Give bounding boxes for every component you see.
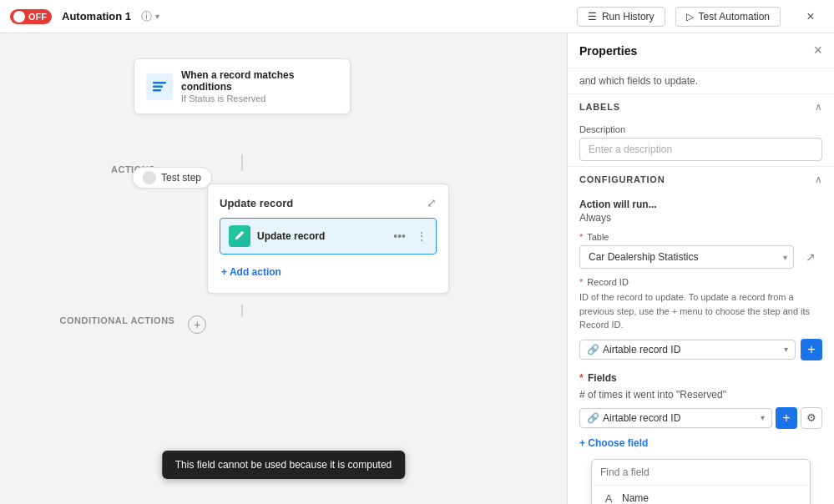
properties-title: Properties [579, 44, 637, 58]
fields-token-chevron-icon: ▾ [761, 413, 765, 422]
action-row[interactable]: Update record ••• ⋮ [220, 218, 437, 255]
external-link-icon[interactable]: ↗ [799, 245, 822, 269]
token-chevron-icon: ▾ [784, 345, 788, 354]
trigger-card[interactable]: When a record matches conditions If Stat… [134, 58, 351, 114]
choose-field-search [592, 460, 810, 486]
close-button[interactable]: × [797, 3, 824, 30]
chevron-down-icon[interactable]: ▾ [155, 12, 159, 21]
toggle-circle [13, 11, 25, 23]
fields-label: Fields [588, 372, 617, 384]
properties-scroll[interactable]: and which fields to update. LABELS ∧ Des… [568, 68, 834, 504]
run-history-button[interactable]: ☰ Run History [577, 7, 665, 27]
table-field-row: Car Dealership Statistics ▾ ↗ [579, 245, 822, 269]
header-info: ⓘ ▾ [141, 9, 159, 24]
add-field-button[interactable]: + Choose field [579, 434, 822, 452]
automation-toggle[interactable]: OFF [10, 9, 52, 24]
svg-rect-0 [153, 82, 166, 84]
token-icon: 🔗 [587, 344, 599, 355]
add-conditional-button[interactable]: + [188, 315, 206, 334]
trigger-card-text: When a record matches conditions If Stat… [181, 69, 338, 103]
description-label: Description [579, 124, 822, 134]
conditional-actions-area: CONDITIONAL ACTIONS + [0, 315, 266, 334]
airtable-record-id-token[interactable]: 🔗 Airtable record ID ▾ [579, 340, 796, 360]
action-header: Update record ⤢ [220, 196, 437, 209]
test-step-dot [143, 171, 156, 184]
choose-field-search-input[interactable] [600, 466, 801, 478]
text-type-icon: A [602, 492, 615, 505]
action-row-icon [229, 225, 250, 247]
choose-field-dropdown: A Name ☰ Car Information ☰ Status (from … [591, 459, 811, 505]
automation-title[interactable]: Automation 1 [62, 10, 131, 23]
header: OFF Automation 1 ⓘ ▾ ☰ Run History ▷ Tes… [0, 0, 834, 33]
configuration-chevron-icon[interactable]: ∧ [815, 174, 822, 185]
token-add-button[interactable]: + [801, 339, 822, 360]
main-layout: TRIGGER When a record matches conditions… [0, 33, 834, 504]
configuration-content: Action will run... Always * Table Car De… [568, 192, 834, 367]
trigger-icon [146, 73, 173, 100]
test-step-chip[interactable]: Test step [132, 167, 212, 189]
toast-message: This field cannot be used because it is … [162, 451, 406, 479]
action-card: Update record ⤢ Update record ••• ⋮ + Ad… [207, 184, 449, 294]
table-select[interactable]: Car Dealership Statistics [579, 245, 794, 269]
labels-chevron-icon[interactable]: ∧ [815, 101, 822, 113]
properties-intro: and which fields to update. [568, 68, 834, 93]
expand-icon[interactable]: ⤢ [427, 196, 437, 209]
fields-required-indicator: * [579, 372, 584, 384]
record-id-label: Record ID [587, 277, 629, 287]
record-id-token-row: 🔗 Airtable record ID ▾ + [579, 339, 822, 360]
required-indicator: * [579, 232, 583, 242]
canvas: TRIGGER When a record matches conditions… [0, 33, 567, 504]
test-icon: ▷ [686, 11, 694, 23]
fields-token-icon: 🔗 [587, 412, 599, 424]
toggle-label: OFF [28, 12, 47, 22]
test-automation-button[interactable]: ▷ Test Automation [675, 7, 781, 27]
action-will-run-label: Action will run... [579, 199, 822, 210]
fields-sub-label: # of times it went into "Reserved" [579, 389, 822, 401]
field-item-name[interactable]: A Name [592, 486, 810, 505]
labels-section-header: LABELS ∧ [568, 93, 834, 119]
add-action-button[interactable]: + Add action [220, 263, 437, 281]
record-id-description: ID of the record to update. To update a … [579, 290, 822, 332]
labels-section-label: LABELS [579, 102, 620, 112]
configuration-label: CONFIGURATION [579, 174, 665, 184]
action-row-grip-icon[interactable]: ⋮ [416, 229, 427, 243]
gear-button[interactable]: ⚙ [801, 407, 822, 429]
required-indicator-2: * [579, 277, 583, 287]
action-container: Update record ⤢ Update record ••• ⋮ + Ad… [207, 184, 449, 294]
table-select-wrapper: Car Dealership Statistics ▾ [579, 245, 794, 269]
properties-panel: Properties × and which fields to update.… [567, 33, 834, 504]
configuration-section-header: CONFIGURATION ∧ [568, 166, 834, 192]
trigger-area: When a record matches conditions If Stat… [134, 58, 351, 114]
properties-header: Properties × [568, 33, 834, 68]
description-field-row: Description [568, 119, 834, 166]
action-will-run-value: Always [579, 212, 822, 224]
description-input[interactable] [579, 138, 822, 161]
fields-section: * Fields # of times it went into "Reserv… [568, 367, 834, 505]
fields-token-add-button[interactable]: + [776, 407, 797, 429]
svg-rect-1 [153, 85, 163, 88]
action-row-more-icon[interactable]: ••• [393, 229, 406, 243]
svg-rect-2 [153, 89, 161, 92]
fields-airtable-record-id-token[interactable]: 🔗 Airtable record ID ▾ [579, 408, 772, 428]
info-icon[interactable]: ⓘ [141, 9, 152, 24]
table-label: Table [587, 232, 609, 242]
run-history-icon: ☰ [588, 11, 597, 23]
properties-close-button[interactable]: × [813, 42, 822, 59]
fields-token-row: 🔗 Airtable record ID ▾ + ⚙ [579, 407, 822, 429]
